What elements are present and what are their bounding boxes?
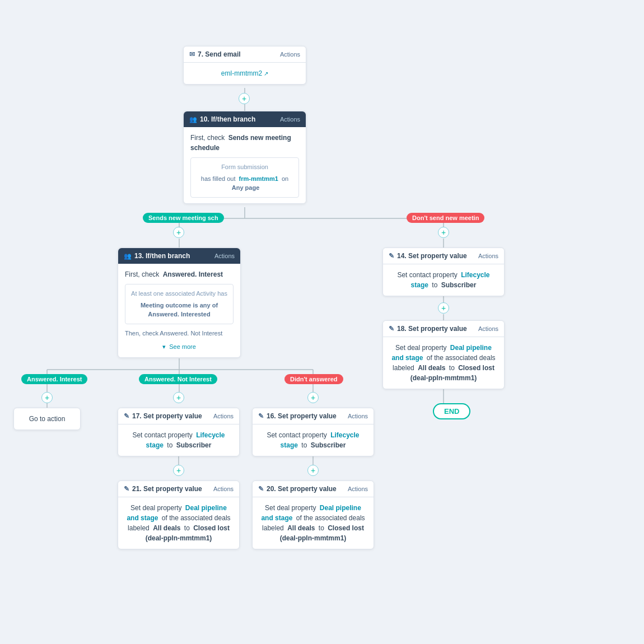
set-prop-14-title: ✎ 14. Set property value [389,252,467,260]
branch-icon-13: 👥 [124,253,132,260]
set-prop-16-title: ✎ 16. Set property value [258,412,337,420]
edit-icon-18: ✎ [389,325,394,333]
send-email-title: ✉ 7. Send email [189,50,241,58]
set-prop-20-body: Set deal property Deal pipeline and stag… [253,497,374,549]
set-prop-18-actions[interactable]: Actions [478,325,498,332]
send-email-header: ✉ 7. Send email Actions [184,46,306,63]
set-prop-17-title: ✎ 17. Set property value [124,412,202,420]
set-prop-20-title: ✎ 20. Set property value [258,485,337,493]
edit-icon-17: ✎ [124,412,129,420]
set-prop-18-card: ✎ 18. Set property value Actions Set dea… [382,320,505,389]
set-prop-17-actions[interactable]: Actions [213,413,234,419]
if-then-13-title: 👥 13. If/then branch [124,252,190,260]
set-prop-16-actions[interactable]: Actions [348,413,368,419]
if-then-13-subcond: At least one associated Activity has Mee… [125,284,234,324]
edit-icon-21: ✎ [124,485,129,493]
if-then-10-header: 👥 10. If/then branch Actions [184,111,306,127]
set-prop-16-header: ✎ 16. Set property value Actions [253,408,374,424]
set-prop-20-header: ✎ 20. Set property value Actions [253,481,374,497]
if-then-13-body: First, check Answered. Interest At least… [118,264,240,357]
set-prop-18-body: Set deal property Deal pipeline and stag… [383,337,504,389]
email-link[interactable]: eml-mmtmm2 ↗ [190,68,299,78]
set-prop-16-body: Set contact property Lifecycle stage to … [253,424,374,456]
plus-connector-4[interactable]: + [438,227,449,238]
set-prop-14-body: Set contact property Lifecycle stage to … [383,264,504,296]
set-prop-17-header: ✎ 17. Set property value Actions [118,408,239,424]
pill-answered-interest: Answered. Interest [21,374,87,384]
set-prop-17-body: Set contact property Lifecycle stage to … [118,424,239,456]
end-node: END [433,403,470,419]
pill-answered-not-interest: Answered. Not Interest [139,374,217,384]
set-prop-21-card: ✎ 21. Set property value Actions Set dea… [118,480,240,549]
plus-connector-8[interactable]: + [307,392,319,403]
if-then-13-header: 👥 13. If/then branch Actions [118,248,240,264]
set-prop-18-header: ✎ 18. Set property value Actions [383,321,504,337]
plus-connector-7[interactable]: + [173,392,184,403]
if-then-13-actions[interactable]: Actions [214,253,235,259]
pill-dont-send: Don't send new meetin [407,213,484,223]
set-prop-18-title: ✎ 18. Set property value [389,325,467,333]
if-then-10-card: 👥 10. If/then branch Actions First, chec… [183,111,306,204]
send-email-actions[interactable]: Actions [280,51,300,58]
send-email-body: eml-mmtmm2 ↗ [184,63,306,84]
if-then-10-subcond: Form submission has filled out frm-mmtmm… [190,157,299,198]
set-prop-21-header: ✎ 21. Set property value Actions [118,481,239,497]
set-prop-21-title: ✎ 21. Set property value [124,485,202,493]
plus-connector-6[interactable]: + [41,392,53,403]
if-then-10-title: 👥 10. If/then branch [189,115,255,123]
set-prop-20-actions[interactable]: Actions [348,486,368,492]
email-icon: ✉ [189,50,195,58]
plus-connector-9[interactable]: + [173,465,184,476]
plus-connector-10[interactable]: + [307,465,319,476]
pill-sends-meeting: Sends new meeting sch [143,213,224,223]
set-prop-14-header: ✎ 14. Set property value Actions [383,248,504,264]
send-email-card: ✉ 7. Send email Actions eml-mmtmm2 ↗ [183,46,306,85]
see-more-13[interactable]: ▾ See more [125,342,234,352]
external-icon: ↗ [264,69,268,78]
if-then-13-card: 👥 13. If/then branch Actions First, chec… [118,248,241,358]
plus-connector-3[interactable]: + [173,227,184,238]
branch-icon: 👥 [189,116,197,123]
edit-icon-20: ✎ [258,485,264,493]
if-then-10-check: First, check Sends new meeting schedule [190,133,299,153]
plus-connector-1[interactable]: + [239,93,250,104]
edit-icon-16: ✎ [258,412,264,420]
set-prop-16-card: ✎ 16. Set property value Actions Set con… [252,408,374,456]
if-then-10-body: First, check Sends new meeting schedule … [184,127,306,203]
edit-icon-14: ✎ [389,252,394,260]
set-prop-21-actions[interactable]: Actions [213,486,234,492]
set-prop-20-card: ✎ 20. Set property value Actions Set dea… [252,480,374,549]
set-prop-14-card: ✎ 14. Set property value Actions Set con… [382,248,505,296]
goto-action-card: Go to action [13,408,81,430]
if-then-10-actions[interactable]: Actions [280,116,300,123]
pill-didnt-answer: Didn't answered [284,374,343,384]
set-prop-17-card: ✎ 17. Set property value Actions Set con… [118,408,240,456]
set-prop-14-actions[interactable]: Actions [478,253,498,259]
set-prop-21-body: Set deal property Deal pipeline and stag… [118,497,239,549]
plus-connector-5[interactable]: + [438,302,449,314]
